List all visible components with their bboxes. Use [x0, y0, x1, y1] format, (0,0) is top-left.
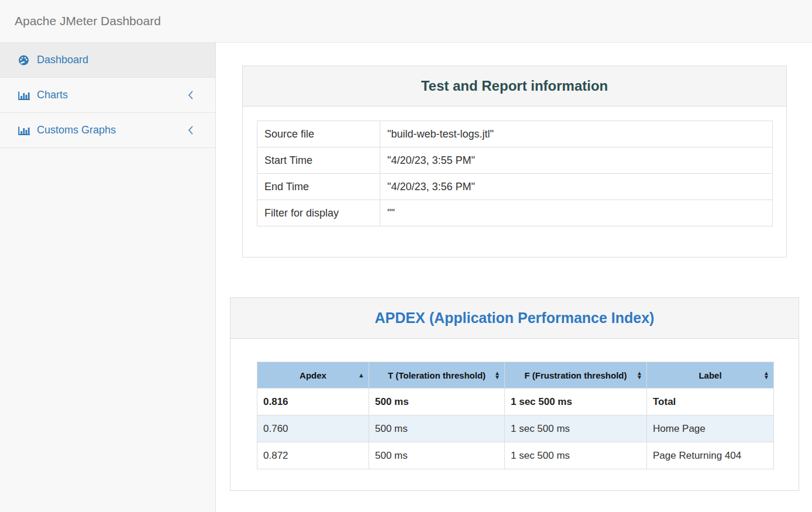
apdex-panel-title: APDEX (Application Performance Index) — [375, 310, 655, 327]
column-header-label-col[interactable]: Label ▲▼ — [647, 362, 774, 389]
main-content: Test and Report information Source file … — [216, 43, 812, 512]
table-row: 0.816 500 ms 1 sec 500 ms Total — [257, 389, 774, 415]
table-row: End Time "4/20/23, 3:56 PM" — [257, 174, 773, 200]
table-row: 0.760 500 ms 1 sec 500 ms Home Page — [257, 415, 774, 442]
info-label: Start Time — [257, 147, 380, 174]
info-value: "build-web-test-logs.jtl" — [380, 121, 773, 147]
sidebar-item-dashboard[interactable]: Dashboard — [0, 43, 215, 78]
test-info-table: Source file "build-web-test-logs.jtl" St… — [257, 121, 773, 226]
column-header-label: Label — [699, 370, 721, 380]
apdex-table: Apdex ▲ T (Toleration threshold) ▲▼ F (F… — [257, 362, 774, 469]
info-label: Filter for display — [257, 200, 380, 226]
toleration-threshold: 500 ms — [369, 442, 505, 469]
column-header-label: Apdex — [300, 370, 326, 380]
apdex-panel-heading: APDEX (Application Performance Index) — [230, 298, 799, 339]
sidebar-item-label: Dashboard — [37, 54, 88, 66]
apdex-header-row: Apdex ▲ T (Toleration threshold) ▲▼ F (F… — [257, 362, 774, 389]
frustration-threshold: 1 sec 500 ms — [505, 415, 647, 442]
app-header: Apache JMeter Dashboard — [0, 0, 812, 43]
bar-chart-icon — [18, 125, 32, 136]
column-header-frustration[interactable]: F (Frustration threshold) ▲▼ — [505, 362, 647, 389]
test-info-panel: Test and Report information Source file … — [242, 66, 787, 257]
apdex-score: 0.760 — [257, 415, 369, 442]
sort-ascending-icon: ▲ — [358, 372, 364, 379]
sidebar-item-label: Customs Graphs — [37, 124, 116, 136]
test-info-panel-title: Test and Report information — [421, 78, 608, 94]
column-header-toleration[interactable]: T (Toleration threshold) ▲▼ — [369, 362, 505, 389]
info-value: "4/20/23, 3:55 PM" — [380, 147, 773, 174]
column-header-label: T (Toleration threshold) — [388, 370, 486, 380]
chevron-left-icon — [188, 126, 193, 135]
sidebar-item-charts[interactable]: Charts — [0, 78, 215, 113]
sidebar: Dashboard Charts — [0, 43, 216, 512]
column-header-label: F (Frustration threshold) — [525, 370, 627, 380]
table-row: Filter for display "" — [257, 200, 773, 226]
apdex-panel-body: Apdex ▲ T (Toleration threshold) ▲▼ F (F… — [230, 339, 799, 469]
test-info-panel-body: Source file "build-web-test-logs.jtl" St… — [243, 106, 786, 226]
frustration-threshold: 1 sec 500 ms — [505, 442, 647, 469]
sample-label: Total — [647, 389, 774, 415]
app-title: Apache JMeter Dashboard — [15, 14, 161, 28]
bar-chart-icon — [18, 90, 32, 101]
info-value: "" — [380, 200, 773, 226]
sort-both-icon: ▲▼ — [494, 371, 500, 379]
table-row: 0.872 500 ms 1 sec 500 ms Page Returning… — [257, 442, 774, 469]
apdex-panel: APDEX (Application Performance Index) Ap… — [230, 297, 799, 491]
sort-both-icon: ▲▼ — [636, 371, 642, 379]
chevron-left-icon — [188, 91, 193, 99]
toleration-threshold: 500 ms — [369, 389, 505, 415]
info-label: End Time — [257, 174, 380, 200]
info-value: "4/20/23, 3:56 PM" — [380, 174, 773, 200]
apdex-score: 0.816 — [257, 389, 369, 415]
column-header-apdex[interactable]: Apdex ▲ — [257, 362, 369, 389]
frustration-threshold: 1 sec 500 ms — [505, 389, 647, 415]
apdex-score: 0.872 — [257, 442, 369, 469]
test-info-panel-heading: Test and Report information — [243, 66, 786, 106]
table-row: Source file "build-web-test-logs.jtl" — [257, 121, 773, 147]
info-label: Source file — [257, 121, 380, 147]
toleration-threshold: 500 ms — [369, 415, 505, 442]
sidebar-item-label: Charts — [37, 89, 68, 101]
sample-label: Page Returning 404 — [647, 442, 774, 469]
sample-label: Home Page — [647, 415, 774, 442]
screen: Apache JMeter Dashboard Dashboard — [0, 0, 812, 512]
table-row: Start Time "4/20/23, 3:55 PM" — [257, 147, 773, 174]
sort-both-icon: ▲▼ — [763, 371, 769, 379]
dashboard-gauge-icon — [18, 54, 32, 66]
sidebar-item-customs-graphs[interactable]: Customs Graphs — [0, 113, 215, 148]
